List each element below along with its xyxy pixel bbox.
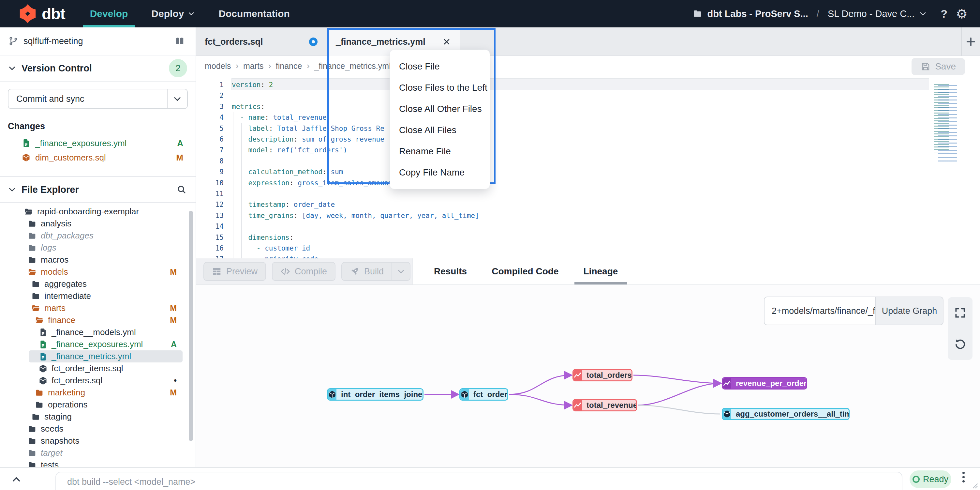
tree-item-snapshots[interactable]: snapshots [0, 435, 196, 447]
git-branch-row[interactable]: sqlfluff-meeting [0, 27, 196, 56]
build-button[interactable]: Build [341, 262, 410, 281]
metric-chart-icon [573, 370, 582, 380]
tree-item-marts[interactable]: martsM [0, 302, 196, 314]
command-input[interactable]: dbt build --select <model_name> [56, 472, 902, 490]
tree-item-label: snapshots [41, 436, 80, 446]
commit-and-sync-button[interactable]: Commit and sync [8, 89, 188, 109]
code-editor[interactable]: 1version: 223metrics:4 - name: total_rev… [196, 77, 980, 259]
tree-item-dbt_packages[interactable]: dbt_packages [0, 230, 196, 242]
tree-item-label: dbt_packages [41, 231, 94, 241]
search-icon[interactable] [177, 185, 186, 195]
lineage-toolbar [948, 297, 972, 360]
lineage-node-total_orders[interactable]: total_orders [573, 369, 632, 381]
folder-icon [35, 400, 44, 409]
preview-button[interactable]: Preview [204, 262, 266, 281]
menu-item-close-all-files[interactable]: Close All Files [390, 120, 490, 140]
tree-item-label: aggregates [45, 279, 87, 289]
change-item[interactable]: dim_customers.sqlM [8, 150, 188, 165]
lineage-node-revenue_per_order[interactable]: revenue_per_order [722, 377, 807, 389]
tree-item-intermediate[interactable]: intermediate [0, 290, 196, 302]
panel-tab-lineage[interactable]: Lineage [582, 259, 620, 284]
nav-link-deploy[interactable]: Deploy [151, 8, 195, 19]
reset-view-icon[interactable] [954, 338, 966, 350]
change-file-name: dim_customers.sql [35, 153, 106, 163]
lineage-filter-input[interactable]: 2+models/marts/finance/_fir [764, 297, 876, 325]
tree-item-seeds[interactable]: seeds [0, 423, 196, 435]
breadcrumb-separator: › [236, 61, 239, 71]
lineage-node-fct_orders[interactable]: fct_orders [459, 388, 508, 401]
lineage-panel: int_order_items_joinedfct_orderstotal_or… [196, 285, 980, 467]
tree-item-staging[interactable]: staging [0, 411, 196, 423]
menu-item-close-files-to-the-left[interactable]: Close Files to the Left [390, 77, 490, 98]
help-icon[interactable]: ? [940, 8, 947, 20]
change-item[interactable]: _finance_exposures.ymlA [8, 136, 188, 150]
tree-item-logs[interactable]: logs [0, 242, 196, 254]
fullscreen-icon[interactable] [954, 306, 966, 319]
gear-icon[interactable]: ⚙ [956, 7, 967, 20]
tree-item-fct_order_items.sql[interactable]: fct_order_items.sql [0, 362, 196, 375]
resize-grip-icon[interactable] [970, 480, 979, 489]
tree-item-models[interactable]: modelsM [0, 266, 196, 278]
build-options-button[interactable] [391, 263, 410, 280]
version-control-title: Version Control [22, 63, 92, 74]
tree-item-_finance_metrics.yml[interactable]: _finance_metrics.yml [0, 350, 196, 362]
navbar-right: dbt Labs - ProServ S... / SL Demo - Dave… [693, 7, 967, 20]
panel-tab-compiled-code[interactable]: Compiled Code [490, 259, 560, 284]
menu-item-copy-file-name[interactable]: Copy File Name [390, 162, 490, 183]
code-line-12: 12 timestamp: order_date [196, 199, 980, 210]
chevron-down-icon [188, 10, 195, 17]
tree-item-_finance__models.yml[interactable]: _finance__models.yml [0, 326, 196, 338]
line-number: 16 [196, 243, 224, 254]
save-button[interactable]: Save [912, 58, 965, 75]
update-graph-button[interactable]: Update Graph [876, 297, 943, 325]
tree-item-finance[interactable]: financeM [0, 314, 196, 326]
ready-status-badge[interactable]: Ready [910, 471, 951, 488]
lineage-node-int_order_items_joined[interactable]: int_order_items_joined [327, 388, 423, 401]
folder-icon [28, 243, 37, 252]
chevron-up-icon[interactable] [11, 474, 22, 485]
tree-item-target[interactable]: target [0, 447, 196, 459]
tree-item-marketing[interactable]: marketingM [0, 386, 196, 399]
project-switcher[interactable]: SL Demo - Dave C... [828, 8, 927, 19]
folder-icon [28, 461, 37, 468]
tab-fct-orders[interactable]: fct_orders.sql [196, 27, 327, 56]
folder-icon [31, 279, 40, 289]
kebab-menu-icon[interactable] [963, 472, 965, 482]
tree-item-_finance_exposures.yml[interactable]: _finance_exposures.ymlA [0, 338, 196, 350]
close-icon[interactable] [442, 37, 451, 46]
tree-item-tests[interactable]: tests [0, 459, 196, 467]
docs-book-icon[interactable] [175, 36, 185, 46]
panel-tab-results[interactable]: Results [432, 259, 469, 284]
code-line-4: 4 - name: total_revenue [196, 112, 980, 123]
minimap[interactable] [934, 84, 958, 182]
version-control-header[interactable]: Version Control 2 [0, 56, 196, 81]
commit-options-button[interactable] [167, 89, 187, 108]
lineage-node-total_revenue[interactable]: total_revenue [573, 399, 637, 411]
tree-item-rapid-onboarding-exemplar[interactable]: rapid-onboarding-exemplar [0, 206, 196, 218]
code-line-15: 15 dimensions: [196, 232, 980, 243]
tree-item-aggregates[interactable]: aggregates [0, 278, 196, 290]
changes-list: _finance_exposures.ymlAdim_customers.sql… [8, 136, 188, 165]
line-number: 8 [196, 156, 224, 167]
bottom-panel-header: PreviewCompileBuild ResultsCompiled Code… [196, 259, 980, 285]
menu-item-close-all-other-files[interactable]: Close All Other Files [390, 98, 490, 120]
lineage-node-agg_customer_orders__all_time[interactable]: agg_customer_orders__all_time [722, 408, 850, 420]
tree-item-analysis[interactable]: analysis [0, 218, 196, 230]
version-control-body: Commit and sync Changes _finance_exposur… [0, 81, 196, 177]
file-explorer-header[interactable]: File Explorer [0, 177, 196, 203]
doc-icon [38, 328, 48, 337]
menu-item-close-file[interactable]: Close File [390, 56, 490, 77]
compile-button[interactable]: Compile [272, 262, 336, 281]
breadcrumb-separator: › [307, 61, 309, 71]
menu-item-rename-file[interactable]: Rename File [390, 140, 490, 162]
tree-item-fct_orders.sql[interactable]: fct_orders.sql• [0, 375, 196, 386]
nav-link-documentation[interactable]: Documentation [218, 8, 290, 19]
tab-label: _finance_metrics.yml [336, 37, 425, 47]
tree-scrollbar[interactable] [189, 211, 193, 441]
new-tab-button[interactable] [961, 27, 980, 56]
changes-count-badge: 2 [169, 59, 187, 77]
tree-item-macros[interactable]: macros [0, 254, 196, 266]
account-switcher[interactable]: dbt Labs - ProServ S... [693, 8, 808, 19]
nav-link-develop[interactable]: Develop [90, 8, 128, 19]
tree-item-operations[interactable]: operations [0, 399, 196, 411]
